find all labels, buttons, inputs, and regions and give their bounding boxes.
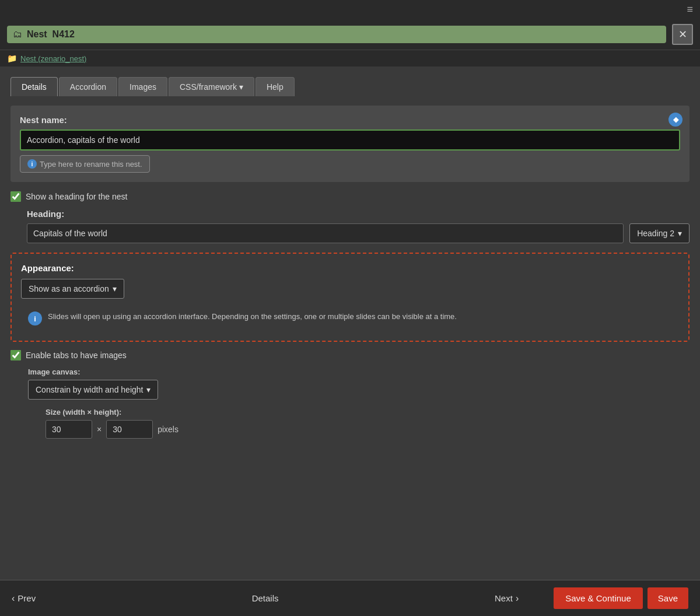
heading-level-arrow: ▾ [678, 229, 682, 238]
title-bar: 🗂 ✕ [0, 19, 700, 50]
image-canvas-dropdown[interactable]: Constrain by width and height ▾ [28, 380, 158, 400]
heading-field-label: Heading: [27, 209, 690, 219]
heading-level-dropdown[interactable]: Heading 2 ▾ [629, 223, 690, 243]
nest-name-input[interactable] [20, 130, 680, 150]
show-heading-label: Show a heading for the nest [26, 192, 127, 201]
size-separator: × [97, 425, 102, 434]
tabs-bar: Details Accordion Images CSS/framework ▾… [0, 71, 700, 96]
heading-level-label: Heading 2 [637, 229, 674, 238]
tab-accordion[interactable]: Accordion [59, 77, 117, 96]
appearance-dropdown-arrow: ▾ [113, 284, 117, 293]
close-button[interactable]: ✕ [672, 24, 693, 45]
enable-tabs-checkbox[interactable] [10, 350, 21, 360]
next-button[interactable]: Next › [495, 593, 519, 604]
rename-hint-button[interactable]: i Type here to rename this nest. [20, 155, 150, 173]
tab-details[interactable]: Details [10, 77, 58, 96]
accordion-info-text: Slides will open up using an accordion i… [48, 312, 457, 322]
prev-arrow-icon: ‹ [12, 593, 15, 604]
size-label: Size (width × height): [46, 408, 690, 416]
breadcrumb-icon: 📁 [7, 54, 17, 63]
appearance-dropdown-label: Show as an accordion [29, 284, 109, 293]
image-canvas-dropdown-label: Constrain by width and height [36, 385, 143, 394]
heading-text-input[interactable] [27, 223, 624, 243]
image-canvas-dropdown-arrow: ▾ [146, 385, 150, 394]
appearance-section: Appearance: Show as an accordion ▾ i Sli… [10, 253, 690, 342]
prev-label: Prev [18, 593, 36, 603]
height-input[interactable] [106, 420, 153, 439]
appearance-dropdown[interactable]: Show as an accordion ▾ [21, 279, 124, 299]
nest-title-input[interactable] [27, 29, 660, 40]
tab-help[interactable]: Help [256, 77, 295, 96]
accordion-info-box: i Slides will open up using an accordion… [21, 306, 679, 331]
size-row: × pixels [46, 420, 690, 439]
menu-icon: ≡ [687, 4, 694, 16]
main-content: ◆ Nest name: i Type here to rename this … [0, 96, 700, 580]
nest-name-label: Nest name: [20, 115, 680, 125]
footer-center-label: Details [252, 593, 279, 603]
nest-title-wrapper: 🗂 [7, 26, 666, 43]
save-button[interactable]: Save [648, 587, 688, 609]
footer: ‹ Prev Details Next › Save & Continue Sa… [0, 580, 700, 616]
nest-name-section: ◆ Nest name: i Type here to rename this … [10, 106, 690, 182]
heading-row: Heading 2 ▾ [27, 223, 690, 243]
image-canvas-section: Image canvas: Constrain by width and hei… [10, 368, 690, 400]
header-bar: ≡ [0, 0, 700, 19]
show-heading-row: Show a heading for the nest [10, 191, 690, 202]
footer-right: Save & Continue Save [554, 587, 688, 609]
size-section: Size (width × height): × pixels [10, 408, 690, 439]
next-label: Next [495, 593, 513, 603]
section-info-icon: ◆ [666, 110, 685, 130]
breadcrumb-link[interactable]: Nest (zenario_nest) [20, 54, 86, 63]
image-canvas-label: Image canvas: [28, 368, 690, 376]
enable-tabs-label: Enable tabs to have images [26, 351, 127, 360]
info-circle-icon: i [28, 312, 42, 326]
next-arrow-icon: › [516, 593, 519, 604]
show-heading-checkbox[interactable] [10, 191, 21, 202]
tab-css-framework[interactable]: CSS/framework ▾ [169, 77, 254, 96]
save-continue-button[interactable]: Save & Continue [554, 587, 643, 609]
breadcrumb: 📁 Nest (zenario_nest) [0, 50, 700, 66]
enable-tabs-row: Enable tabs to have images [10, 350, 690, 360]
nest-title-icon: 🗂 [13, 29, 22, 40]
tab-images[interactable]: Images [118, 77, 167, 96]
hint-text: Type here to rename this nest. [40, 160, 142, 169]
size-unit: pixels [158, 425, 178, 434]
width-input[interactable] [46, 420, 92, 439]
hint-icon: i [27, 159, 37, 169]
appearance-label: Appearance: [21, 263, 679, 273]
prev-button[interactable]: ‹ Prev [12, 593, 36, 604]
heading-section: Heading: Heading 2 ▾ [10, 209, 690, 243]
